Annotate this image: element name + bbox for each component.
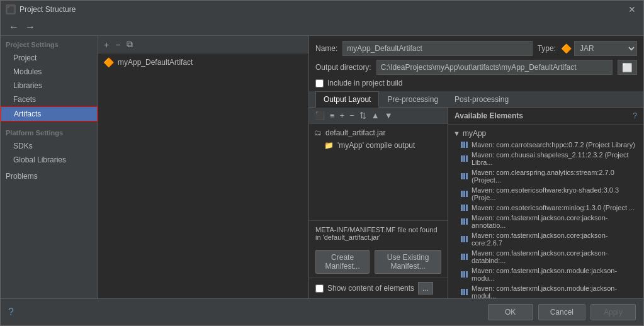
help-button[interactable]: ? <box>8 306 14 318</box>
nav-toolbar: ← → <box>1 18 643 36</box>
maven-icon-1 <box>461 155 468 162</box>
tabs-bar: Output Layout Pre-processing Post-proces… <box>309 91 643 108</box>
type-select[interactable]: JAR <box>574 41 637 56</box>
avail-item-label-5: Maven: com.fasterxml.jackson.core:jackso… <box>472 214 638 229</box>
artifact-list-item[interactable]: 🔶 myApp_DefaultArtifact <box>98 53 308 71</box>
close-button[interactable]: ✕ <box>626 3 638 16</box>
sidebar: Project Settings Project Modules Librari… <box>1 36 98 298</box>
tree-btn2[interactable]: ≡ <box>328 110 337 121</box>
tree-child-label: 'myApp' compile output <box>337 141 415 150</box>
output-dir-browse-button[interactable]: ⬜ <box>618 60 637 75</box>
maven-icon-7 <box>461 254 468 260</box>
avail-item-8[interactable]: Maven: com.fasterxml.jackson.module:jack… <box>448 266 643 283</box>
tab-post-processing[interactable]: Post-processing <box>446 91 517 108</box>
show-content-checkbox[interactable] <box>315 284 324 293</box>
ok-button[interactable]: OK <box>488 304 533 320</box>
output-dir-row: Output directory: ⬜ <box>309 60 643 79</box>
sidebar-item-global-libraries[interactable]: Global Libraries <box>1 153 98 167</box>
maven-icon-2 <box>461 173 468 179</box>
tree-root-label: default_artifact.jar <box>325 128 385 137</box>
jar-file-icon: 🗂 <box>314 128 322 137</box>
tree-remove-btn[interactable]: − <box>347 110 356 121</box>
maven-icon-8 <box>461 271 468 278</box>
output-dir-label: Output directory: <box>315 63 371 72</box>
platform-settings-label: Platform Settings <box>1 124 98 139</box>
name-label: Name: <box>315 44 337 53</box>
sidebar-item-project[interactable]: Project <box>1 51 98 65</box>
tree-add-btn[interactable]: + <box>338 110 347 121</box>
maven-icon-6 <box>461 236 468 242</box>
maven-icon-3 <box>461 191 468 197</box>
maven-icon-9 <box>461 289 468 295</box>
content-area: ⬛ ≡ + − ⇅ ▲ ▼ 🗂 default_artifact.jar <box>309 108 643 298</box>
avail-item-4[interactable]: Maven: com.esotericsoftware:minlog:1.3.0… <box>448 203 643 213</box>
right-panel: Name: Type: 🔶 JAR Output directory: ⬜ <box>309 36 643 298</box>
sidebar-item-sdks[interactable]: SDKs <box>1 139 98 153</box>
available-label: Available Elements <box>455 111 523 120</box>
avail-group-myapp[interactable]: ▼ myApp <box>448 127 643 140</box>
tab-output-layout[interactable]: Output Layout <box>315 91 379 108</box>
main-content: Project Settings Project Modules Librari… <box>1 36 643 298</box>
jar-type-icon: 🔶 <box>561 43 572 53</box>
include-in-build-checkbox[interactable] <box>315 79 324 87</box>
tree-root-item[interactable]: 🗂 default_artifact.jar <box>309 126 448 139</box>
sidebar-item-modules[interactable]: Modules <box>1 65 98 79</box>
avail-item-3[interactable]: Maven: com.esotericsoftware:kryo-shaded:… <box>448 185 643 203</box>
tree-expand-btn[interactable]: ⬛ <box>313 110 327 121</box>
show-content-options-button[interactable]: ... <box>418 282 433 295</box>
available-tree: ▼ myApp Maven: com.carrotsearch:hppc:0.7… <box>448 125 643 298</box>
output-layout-panel: ⬛ ≡ + − ⇅ ▲ ▼ 🗂 default_artifact.jar <box>309 108 448 298</box>
avail-item-1[interactable]: Maven: com.chuusai:shapeless_2.11:2.3.2 … <box>448 150 643 167</box>
sidebar-item-problems[interactable]: Problems <box>1 167 98 183</box>
name-input[interactable] <box>342 41 532 56</box>
sidebar-item-facets[interactable]: Facets <box>1 93 98 106</box>
avail-item-7[interactable]: Maven: com.fasterxml.jackson.core:jackso… <box>448 248 643 266</box>
add-artifact-button[interactable]: + <box>102 39 111 50</box>
tab-pre-processing[interactable]: Pre-processing <box>379 91 446 108</box>
available-header: Available Elements ? <box>448 108 643 125</box>
tree-up-btn[interactable]: ▲ <box>370 110 381 121</box>
tree-toolbar: ⬛ ≡ + − ⇅ ▲ ▼ <box>309 108 448 124</box>
create-manifest-button[interactable]: Create Manifest... <box>315 250 370 274</box>
type-label: Type: <box>538 44 556 53</box>
avail-item-6[interactable]: Maven: com.fasterxml.jackson.core:jackso… <box>448 230 643 248</box>
available-help-icon[interactable]: ? <box>633 111 637 120</box>
name-row: Name: Type: 🔶 JAR <box>309 36 643 60</box>
avail-item-9[interactable]: Maven: com.fasterxml.jackson.module:jack… <box>448 283 643 298</box>
compile-output-icon: 📁 <box>324 141 334 150</box>
manifest-buttons: Create Manifest... Use Existing Manifest… <box>309 246 448 278</box>
maven-icon-4 <box>461 205 468 211</box>
sidebar-item-artifacts[interactable]: Artifacts <box>1 106 98 121</box>
apply-button[interactable]: Apply <box>590 304 636 320</box>
show-content-label: Show content of elements <box>327 284 414 293</box>
copy-artifact-button[interactable]: ⧉ <box>125 38 135 50</box>
remove-artifact-button[interactable]: − <box>113 39 122 50</box>
cancel-button[interactable]: Cancel <box>538 304 585 320</box>
use-existing-manifest-button[interactable]: Use Existing Manifest... <box>375 250 441 274</box>
avail-item-5[interactable]: Maven: com.fasterxml.jackson.core:jackso… <box>448 213 643 230</box>
group-expand-icon: ▼ <box>453 130 460 137</box>
back-button[interactable]: ← <box>6 20 22 34</box>
center-toolbar: + − ⧉ <box>98 36 308 53</box>
avail-item-label-0: Maven: com.carrotsearch:hppc:0.7.2 (Proj… <box>472 141 635 149</box>
tree-sort-btn[interactable]: ⇅ <box>358 110 368 121</box>
available-elements-panel: Available Elements ? ▼ myApp Maven: co <box>448 108 643 298</box>
output-dir-input[interactable] <box>376 60 613 75</box>
project-settings-label: Project Settings <box>1 36 98 51</box>
tree-down-btn[interactable]: ▼ <box>383 110 395 121</box>
avail-item-label-2: Maven: com.clearspring.analytics:stream:… <box>472 169 638 184</box>
avail-item-0[interactable]: Maven: com.carrotsearch:hppc:0.7.2 (Proj… <box>448 140 643 150</box>
window-icon: ⬛ <box>6 4 16 14</box>
tree-child-item[interactable]: 📁 'myApp' compile output <box>309 139 448 152</box>
avail-item-label-1: Maven: com.chuusai:shapeless_2.11:2.3.2 … <box>472 151 638 166</box>
include-label: Include in project build <box>327 79 402 87</box>
sidebar-item-libraries[interactable]: Libraries <box>1 79 98 93</box>
avail-group-label: myApp <box>463 129 486 138</box>
project-structure-window: ⬛ Project Structure ✕ ← → Project Settin… <box>0 0 644 326</box>
avail-item-2[interactable]: Maven: com.clearspring.analytics:stream:… <box>448 167 643 185</box>
forward-button[interactable]: → <box>22 20 38 34</box>
avail-item-label-7: Maven: com.fasterxml.jackson.core:jackso… <box>472 249 638 264</box>
window-title: Project Structure <box>20 5 626 14</box>
artifact-tree: 🗂 default_artifact.jar 📁 'myApp' compile… <box>309 124 448 220</box>
avail-item-label-6: Maven: com.fasterxml.jackson.core:jackso… <box>472 232 638 247</box>
